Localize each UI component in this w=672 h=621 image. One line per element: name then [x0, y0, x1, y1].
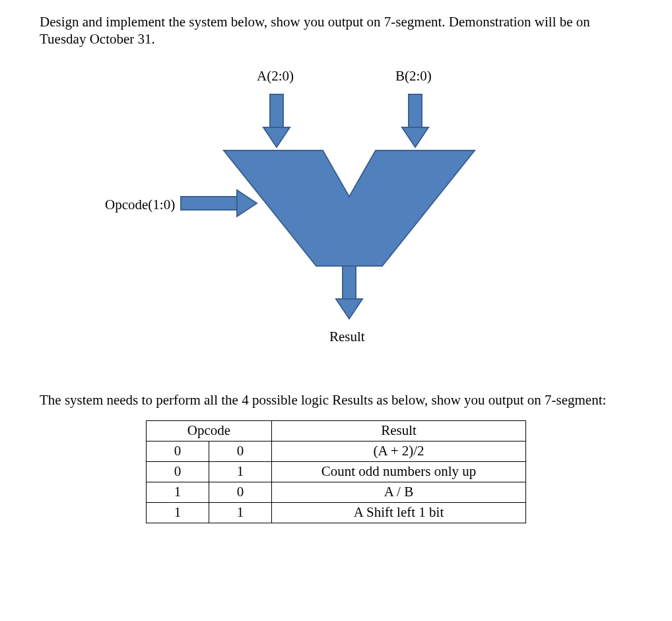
intro-text: Design and implement the system below, s… — [40, 13, 632, 48]
cell-b0: 0 — [209, 482, 272, 502]
opcode-table: Opcode Result 0 0 (A + 2)/2 0 1 Count od… — [146, 420, 526, 523]
opcode-arrow — [181, 190, 257, 216]
svg-marker-1 — [263, 127, 290, 147]
cell-result: A Shift left 1 bit — [272, 502, 526, 523]
cell-b0: 0 — [209, 441, 272, 461]
svg-marker-3 — [402, 127, 428, 147]
cell-result: A / B — [272, 482, 526, 502]
svg-marker-6 — [224, 150, 475, 266]
svg-rect-4 — [181, 197, 237, 210]
cell-b0: 1 — [209, 502, 272, 523]
header-opcode: Opcode — [147, 420, 272, 441]
table-row: 0 0 (A + 2)/2 — [147, 441, 526, 461]
cell-b1: 0 — [147, 441, 209, 461]
output-arrow — [336, 266, 362, 319]
subtext: The system needs to perform all the 4 po… — [40, 391, 632, 409]
cell-result: (A + 2)/2 — [272, 441, 526, 461]
output-label: Result — [329, 329, 365, 344]
page: Design and implement the system below, s… — [0, 0, 672, 621]
input-a-arrow — [263, 94, 290, 147]
table-row: 1 1 A Shift left 1 bit — [147, 502, 526, 523]
table-row: 1 0 A / B — [147, 482, 526, 502]
table-row: 0 1 Count odd numbers only up — [147, 461, 526, 482]
cell-b0: 1 — [209, 461, 272, 482]
svg-marker-8 — [336, 299, 362, 319]
table-header-row: Opcode Result — [147, 420, 526, 441]
svg-rect-0 — [270, 94, 283, 127]
alu-svg — [105, 68, 567, 345]
svg-marker-5 — [237, 190, 257, 216]
svg-rect-2 — [409, 94, 422, 127]
alu-diagram: A(2:0) B(2:0) Opcode(1:0) — [105, 68, 567, 345]
alu-shape — [224, 150, 475, 266]
input-b-arrow — [402, 94, 428, 147]
cell-b1: 1 — [147, 482, 209, 502]
cell-b1: 1 — [147, 502, 209, 523]
cell-result: Count odd numbers only up — [272, 461, 526, 482]
output-label-wrap: Result — [329, 329, 365, 345]
svg-rect-7 — [343, 266, 356, 299]
cell-b1: 0 — [147, 461, 209, 482]
header-result: Result — [272, 420, 526, 441]
